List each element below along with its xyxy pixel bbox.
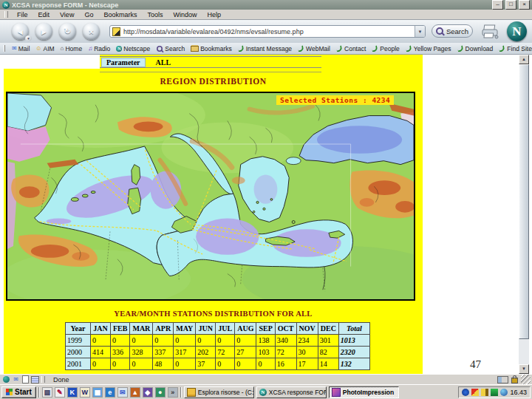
url-dropdown-icon[interactable]: ▼ — [415, 26, 425, 37]
task-explorer[interactable]: Esplora risorse - (C:) — [184, 386, 254, 398]
task-photoimpression[interactable]: PhotoImpression — [329, 386, 399, 398]
quick-launch-icon[interactable]: W — [80, 387, 90, 398]
toolbar-label: Instant Message — [246, 45, 292, 52]
toolbar-item-webmail[interactable]: WebMail — [295, 45, 333, 52]
cell: 340 — [275, 335, 296, 347]
toolbar-item-radio[interactable]: ♫Radio — [85, 45, 113, 52]
toolbar-item-netscape[interactable]: NNetscape — [113, 45, 153, 52]
cell-year: 2000 — [66, 347, 91, 358]
url-text[interactable]: http://mosdata/variable/evalarea/0492/nm… — [123, 28, 415, 35]
cell: 301 — [318, 335, 338, 347]
cell: 328 — [130, 347, 153, 358]
toolbar-item-mail[interactable]: ✉Mail — [9, 45, 33, 52]
menu-go[interactable]: Go — [79, 10, 98, 19]
navigator-component-icon[interactable] — [2, 375, 10, 383]
menu-edit[interactable]: Edit — [33, 10, 55, 19]
folder-icon — [191, 46, 199, 52]
toolbar-grip[interactable] — [4, 11, 8, 18]
col-jul: JUL — [216, 323, 235, 335]
cell: 414 — [91, 347, 111, 358]
quick-launch-icon[interactable]: ✉ — [117, 387, 128, 398]
resize-grip[interactable] — [521, 375, 531, 384]
task-netscape[interactable]: N XCSA response FORM - N... — [256, 386, 327, 398]
toolbar-item-search[interactable]: Search — [153, 45, 188, 52]
quick-launch-icon[interactable]: ◆ — [143, 387, 153, 398]
quick-launch-icon[interactable]: ▦ — [92, 387, 103, 398]
col-apr: APR — [153, 323, 174, 335]
table-row: 2001 0 0 0 48 0 37 0 0 0 16 17 14 132 — [66, 358, 370, 370]
stations-table: Year JAN FEB MAR APR MAY JUN JUL AUG SEP… — [65, 322, 370, 370]
cell: 72 — [275, 347, 296, 358]
menu-window[interactable]: Window — [168, 10, 202, 19]
parameter-row: Parameter ALL — [100, 56, 321, 68]
tray-messenger-icon[interactable] — [500, 389, 508, 396]
scroll-up-icon[interactable]: ▲ — [519, 55, 529, 64]
url-bar[interactable]: http://mosdata/variable/evalarea/0492/nm… — [109, 25, 426, 38]
addressbook-component-icon[interactable] — [31, 375, 39, 383]
quick-launch-icon[interactable]: K — [67, 387, 78, 398]
quick-launch-icon[interactable]: » — [168, 387, 178, 398]
toolbar-item-yellow-pages[interactable]: Yellow Pages — [403, 45, 454, 52]
composer-component-icon[interactable] — [21, 375, 30, 383]
netscape-logo[interactable]: N — [507, 21, 527, 41]
toolbar-item-aim[interactable]: ☺AIM — [33, 45, 57, 52]
region-distribution-title: REGION DISTRIBUTION — [4, 77, 423, 86]
forward-button[interactable]: ► — [35, 23, 52, 40]
toolbar-label: Search — [165, 45, 185, 52]
minimize-button[interactable]: – — [492, 0, 503, 10]
toolbar-label: Netscape — [123, 45, 150, 52]
maximize-button[interactable]: □ — [505, 0, 516, 10]
stop-button[interactable]: × — [83, 23, 100, 40]
menu-bookmarks[interactable]: Bookmarks — [98, 10, 142, 19]
toolbar-grip[interactable] — [4, 45, 5, 52]
scrollbar-thumb[interactable] — [519, 64, 529, 339]
reload-button[interactable]: ↻ — [59, 23, 76, 40]
cell: 337 — [153, 347, 174, 358]
mail-component-icon[interactable]: ✉ — [12, 375, 20, 383]
parameter-label: Parameter — [101, 58, 146, 67]
parameter-select[interactable]: ALL — [156, 58, 171, 66]
toolbar-item-bookmarks[interactable]: Bookmarks — [188, 45, 235, 52]
start-label: Start — [15, 388, 32, 396]
link-icon — [499, 45, 505, 52]
slide-number: 47 — [470, 358, 481, 371]
menu-view[interactable]: View — [55, 10, 79, 19]
quick-launch-icon[interactable]: ▤ — [42, 387, 52, 398]
start-button[interactable]: Start — [1, 386, 36, 398]
vertical-scrollbar[interactable]: ▲ ▼ — [519, 55, 529, 374]
menu-help[interactable]: Help — [202, 10, 226, 19]
search-button[interactable]: Search — [432, 24, 473, 38]
toolbar-label: WebMail — [306, 45, 330, 52]
mail-icon: ✉ — [12, 46, 17, 52]
quick-launch-icon[interactable]: e — [105, 387, 115, 398]
toolbar-item-contact[interactable]: Contact — [333, 45, 369, 52]
menu-file[interactable]: File — [12, 10, 33, 19]
toolbar-item-people[interactable]: People — [369, 45, 402, 52]
tray-network-icon[interactable] — [462, 389, 469, 396]
print-icon[interactable] — [480, 24, 501, 39]
col-oct: OCT — [275, 323, 296, 335]
tray-pen-icon[interactable] — [481, 389, 488, 396]
task-label: Esplora risorse - (C:) — [198, 389, 254, 396]
quick-launch-icon[interactable]: ● — [155, 387, 166, 398]
toolbar-item-find-sites[interactable]: Find Sites — [496, 45, 532, 52]
toolbar-item-home[interactable]: ⌂Home — [58, 45, 86, 52]
tray-scanner-icon[interactable] — [491, 389, 498, 396]
tray-antivirus-icon[interactable] — [471, 389, 479, 396]
security-lock-icon[interactable] — [511, 378, 518, 383]
explorer-icon — [187, 388, 196, 397]
cell: 0 — [130, 358, 153, 370]
quick-launch-icon[interactable]: ✎ — [55, 387, 65, 398]
taskbar-divider — [180, 387, 182, 398]
menu-tools[interactable]: Tools — [142, 10, 168, 19]
quick-launch-icon[interactable]: ▲ — [130, 387, 140, 398]
back-dropdown-icon[interactable]: ▼ — [25, 35, 32, 41]
scroll-down-icon[interactable]: ▼ — [519, 364, 529, 374]
link-icon — [297, 45, 304, 52]
close-button[interactable]: × — [519, 0, 530, 10]
online-status-icon[interactable] — [497, 376, 508, 383]
link-icon — [457, 45, 463, 52]
toolbar-item-download[interactable]: Download — [454, 45, 497, 52]
bookmark-icon[interactable] — [112, 27, 120, 36]
toolbar-item-instant-message[interactable]: Instant Message — [235, 45, 295, 52]
